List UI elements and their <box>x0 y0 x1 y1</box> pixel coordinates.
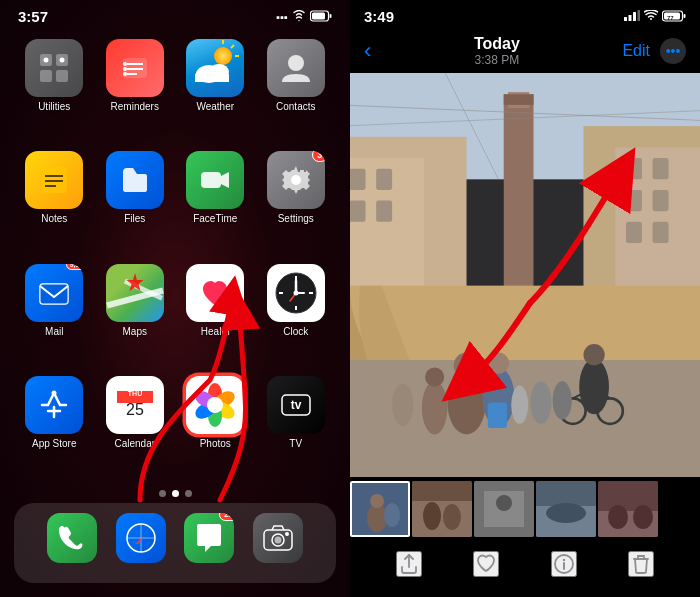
svg-point-68 <box>285 532 289 536</box>
app-item-clock[interactable]: Clock <box>260 264 333 362</box>
svg-rect-87 <box>376 201 392 222</box>
svg-point-16 <box>214 47 232 65</box>
favorite-button[interactable] <box>473 551 499 577</box>
app-item-reminders[interactable]: Reminders <box>99 39 172 137</box>
more-icon: ••• <box>666 43 681 59</box>
svg-point-15 <box>123 72 127 76</box>
status-icons-left: ▪▪▪ <box>276 10 332 24</box>
app-item-photos[interactable]: Photos <box>179 376 252 474</box>
svg-rect-89 <box>653 158 669 179</box>
app-item-tv[interactable]: tv TV <box>260 376 333 474</box>
signal-icon-left: ▪▪▪ <box>276 11 288 23</box>
app-label-health: Health <box>201 326 230 337</box>
app-item-maps[interactable]: Maps <box>99 264 172 362</box>
svg-rect-88 <box>626 158 642 179</box>
app-item-calendar[interactable]: THU 25 Calendar <box>99 376 172 474</box>
page-dots <box>0 484 350 503</box>
svg-rect-126 <box>412 501 472 537</box>
app-item-utilities[interactable]: Utilities <box>18 39 91 137</box>
battery-icon-left <box>310 10 332 24</box>
svg-point-122 <box>367 504 387 532</box>
svg-point-114 <box>392 383 413 426</box>
app-item-weather[interactable]: Weather <box>179 39 252 137</box>
svg-point-123 <box>370 494 384 508</box>
app-item-files[interactable]: Files <box>99 151 172 249</box>
svg-rect-85 <box>376 169 392 190</box>
share-button[interactable] <box>396 551 422 577</box>
svg-point-113 <box>553 381 572 419</box>
photo-nav: ‹ Today 3:38 PM Edit ••• <box>350 29 700 73</box>
nav-back-button[interactable]: ‹ <box>364 38 371 64</box>
thumb-5[interactable] <box>598 481 658 537</box>
dock-phone[interactable] <box>47 513 97 563</box>
more-button[interactable]: ••• <box>660 38 686 64</box>
wifi-icon-right <box>644 10 658 23</box>
svg-point-99 <box>447 371 485 435</box>
svg-rect-33 <box>40 284 68 304</box>
svg-rect-96 <box>504 94 534 105</box>
app-item-notes[interactable]: Notes <box>18 151 91 249</box>
svg-point-142 <box>563 559 565 561</box>
svg-point-124 <box>384 503 400 527</box>
app-item-contacts[interactable]: Contacts <box>260 39 333 137</box>
app-label-reminders: Reminders <box>111 101 159 112</box>
right-phone: 3:49 <box>350 0 700 597</box>
svg-point-104 <box>425 367 444 386</box>
nav-title: Today 3:38 PM <box>474 35 520 67</box>
messages-badge: 213 <box>219 513 234 521</box>
app-label-tv: TV <box>289 438 302 449</box>
dock-messages[interactable]: 213 <box>184 513 234 563</box>
svg-point-102 <box>488 353 509 374</box>
svg-text:THU: THU <box>128 390 142 397</box>
svg-point-14 <box>123 67 127 71</box>
thumb-3[interactable] <box>474 481 534 537</box>
svg-point-134 <box>546 503 586 523</box>
svg-point-7 <box>44 58 49 63</box>
app-item-settings[interactable]: 3 Settings <box>260 151 333 249</box>
svg-text:77: 77 <box>667 14 674 20</box>
dock: 213 <box>14 503 336 583</box>
nav-actions: Edit ••• <box>622 38 686 64</box>
dock-safari[interactable] <box>116 513 166 563</box>
svg-point-24 <box>288 55 304 71</box>
svg-rect-74 <box>638 10 641 21</box>
thumb-1[interactable] <box>350 481 410 537</box>
main-photo <box>350 73 700 477</box>
app-label-weather: Weather <box>196 101 234 112</box>
svg-point-112 <box>530 381 551 424</box>
svg-point-100 <box>454 353 480 379</box>
thumb-4[interactable] <box>536 481 596 537</box>
svg-line-18 <box>231 45 234 48</box>
svg-marker-64 <box>135 536 143 544</box>
wifi-icon-left <box>292 10 306 24</box>
app-label-calendar: Calendar <box>114 438 155 449</box>
edit-button[interactable]: Edit <box>622 42 650 60</box>
svg-point-13 <box>123 62 127 66</box>
thumb-2[interactable] <box>412 481 472 537</box>
app-label-contacts: Contacts <box>276 101 315 112</box>
svg-point-44 <box>52 390 57 395</box>
svg-rect-29 <box>201 172 221 188</box>
photo-toolbar <box>350 541 700 597</box>
app-item-health[interactable]: Health <box>179 264 252 362</box>
app-item-facetime[interactable]: FaceTime <box>179 151 252 249</box>
svg-rect-23 <box>195 74 229 82</box>
svg-rect-86 <box>350 201 366 222</box>
dock-camera[interactable] <box>253 513 303 563</box>
info-button[interactable] <box>551 551 577 577</box>
svg-point-127 <box>423 502 441 530</box>
app-item-appstore[interactable]: App Store <box>18 376 91 474</box>
delete-button[interactable] <box>628 551 654 577</box>
svg-rect-93 <box>653 222 669 243</box>
page-dot-2 <box>172 490 179 497</box>
svg-point-57 <box>207 397 223 413</box>
mail-badge: 9,128 <box>66 264 84 270</box>
svg-rect-84 <box>350 169 366 190</box>
left-phone: 3:57 ▪▪▪ Util <box>0 0 350 597</box>
status-bar-left: 3:57 ▪▪▪ <box>0 0 350 29</box>
app-item-mail[interactable]: 9,128 Mail <box>18 264 91 362</box>
svg-rect-71 <box>624 17 627 21</box>
svg-rect-2 <box>312 12 325 19</box>
time-right: 3:49 <box>364 8 394 25</box>
thumbnail-strip[interactable] <box>350 477 700 541</box>
